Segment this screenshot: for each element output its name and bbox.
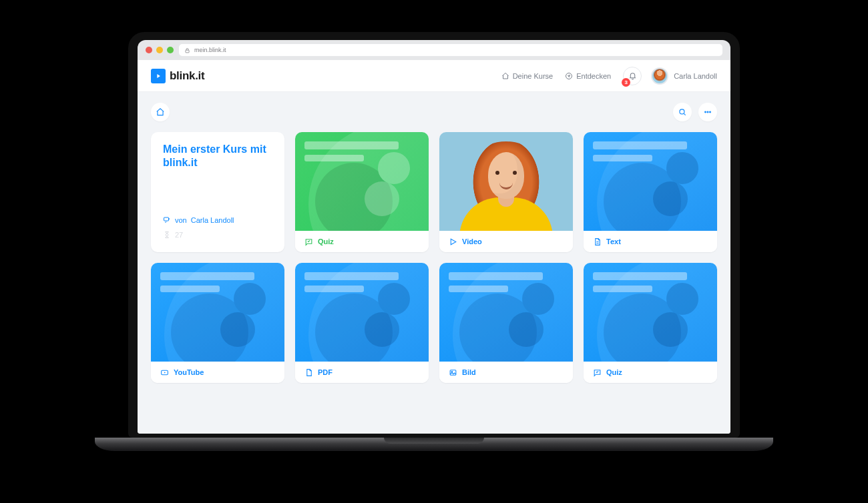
svg-rect-8 bbox=[450, 370, 456, 375]
card-footer: YouTube bbox=[151, 362, 284, 383]
card-type-label: Quiz bbox=[606, 368, 622, 376]
card-type-label: Bild bbox=[462, 368, 476, 376]
svg-point-5 bbox=[710, 111, 711, 113]
svg-rect-0 bbox=[186, 50, 189, 53]
browser-window: mein.blink.it blink.it Deine Kurse bbox=[138, 40, 730, 434]
brand-text: blink.it bbox=[170, 69, 204, 83]
browser-toolbar: mein.blink.it bbox=[138, 40, 730, 60]
app-root: blink.it Deine Kurse Entdecken 3 bbox=[138, 60, 730, 434]
nav-discover[interactable]: Entdecken bbox=[565, 72, 611, 80]
address-bar[interactable]: mein.blink.it bbox=[179, 44, 722, 56]
card-type-label: PDF bbox=[318, 368, 333, 376]
placeholder-title bbox=[593, 272, 708, 292]
nav-your-courses[interactable]: Deine Kurse bbox=[501, 72, 554, 80]
card-cover bbox=[151, 263, 284, 362]
svg-point-3 bbox=[705, 111, 706, 113]
card-cover bbox=[295, 132, 429, 231]
page-body: Mein erster Kurs mit blink.it von Carla … bbox=[138, 92, 730, 434]
laptop-mockup: mein.blink.it blink.it Deine Kurse bbox=[128, 32, 740, 451]
laptop-screen: mein.blink.it blink.it Deine Kurse bbox=[128, 32, 740, 438]
placeholder-title bbox=[593, 141, 708, 161]
card-footer: Quiz bbox=[584, 362, 717, 383]
svg-point-4 bbox=[707, 111, 708, 113]
card-type-label: YouTube bbox=[174, 368, 204, 376]
nav-label: Deine Kurse bbox=[513, 72, 554, 80]
lock-icon bbox=[184, 47, 190, 53]
svg-point-2 bbox=[680, 109, 684, 114]
card-type-label: Quiz bbox=[318, 237, 334, 245]
file-text-icon bbox=[593, 237, 602, 246]
play-icon bbox=[449, 237, 457, 246]
svg-rect-6 bbox=[164, 217, 169, 221]
close-window-icon[interactable] bbox=[146, 47, 152, 53]
quiz-icon bbox=[304, 237, 313, 246]
content-card-pdf[interactable]: PDF bbox=[295, 263, 429, 383]
notifications-button[interactable]: 3 bbox=[623, 67, 642, 85]
placeholder-title bbox=[304, 141, 419, 161]
search-icon bbox=[678, 107, 687, 117]
window-controls bbox=[146, 47, 174, 53]
svg-point-1 bbox=[566, 73, 572, 79]
card-footer: Bild bbox=[439, 362, 573, 383]
bell-icon bbox=[628, 71, 637, 80]
more-horizontal-icon bbox=[703, 107, 712, 117]
card-cover bbox=[295, 263, 429, 362]
page-actions bbox=[673, 103, 717, 121]
content-card-text[interactable]: Text bbox=[584, 132, 717, 252]
placeholder-title bbox=[160, 272, 275, 292]
more-button[interactable] bbox=[698, 103, 717, 121]
home-icon bbox=[501, 72, 509, 80]
user-name: Carla Landoll bbox=[674, 72, 717, 80]
course-hero-card[interactable]: Mein erster Kurs mit blink.it von Carla … bbox=[151, 132, 284, 252]
hourglass-icon bbox=[163, 231, 171, 239]
card-footer: Text bbox=[584, 231, 717, 252]
address-url: mein.blink.it bbox=[194, 47, 226, 53]
breadcrumb-home[interactable] bbox=[151, 103, 170, 121]
course-title: Mein erster Kurs mit blink.it bbox=[163, 143, 272, 169]
content-grid: Mein erster Kurs mit blink.it von Carla … bbox=[151, 132, 717, 383]
content-card-image[interactable]: Bild bbox=[439, 263, 573, 383]
avatar[interactable] bbox=[651, 67, 668, 85]
placeholder-title bbox=[449, 272, 564, 292]
course-count: 27 bbox=[175, 231, 183, 239]
content-card-quiz[interactable]: Quiz bbox=[295, 132, 429, 252]
file-icon bbox=[304, 368, 313, 377]
card-cover bbox=[439, 263, 573, 362]
card-footer: PDF bbox=[295, 362, 429, 383]
breadcrumb bbox=[151, 103, 170, 121]
card-type-label: Text bbox=[606, 237, 621, 245]
placeholder-title bbox=[304, 272, 419, 292]
teacher-icon bbox=[163, 216, 171, 224]
compass-icon bbox=[565, 72, 573, 80]
author-prefix: von bbox=[175, 216, 187, 224]
search-button[interactable] bbox=[673, 103, 692, 121]
quiz-icon bbox=[593, 368, 602, 377]
photo-face bbox=[488, 152, 524, 199]
card-cover-photo bbox=[439, 132, 573, 231]
course-author: von Carla Landoll bbox=[163, 216, 272, 224]
fullscreen-window-icon[interactable] bbox=[167, 47, 174, 53]
nav-label: Entdecken bbox=[576, 72, 611, 80]
page-header bbox=[151, 103, 717, 121]
brand[interactable]: blink.it bbox=[151, 69, 204, 83]
card-cover bbox=[584, 263, 717, 362]
laptop-notch bbox=[384, 438, 484, 444]
content-card-quiz-2[interactable]: Quiz bbox=[584, 263, 717, 383]
brand-play-icon bbox=[151, 69, 166, 83]
image-icon bbox=[449, 368, 457, 377]
youtube-icon bbox=[160, 368, 169, 377]
course-meta: 27 bbox=[163, 231, 272, 239]
card-footer: Quiz bbox=[295, 231, 429, 252]
laptop-base bbox=[95, 438, 773, 451]
card-cover bbox=[584, 132, 717, 231]
content-card-video[interactable]: Video bbox=[439, 132, 573, 252]
home-icon bbox=[156, 107, 165, 117]
content-card-youtube[interactable]: YouTube bbox=[151, 263, 284, 383]
notifications-badge: 3 bbox=[622, 78, 630, 87]
author-name: Carla Landoll bbox=[191, 216, 234, 224]
card-type-label: Video bbox=[462, 237, 482, 245]
minimize-window-icon[interactable] bbox=[156, 47, 163, 53]
top-nav: blink.it Deine Kurse Entdecken 3 bbox=[138, 60, 730, 92]
card-footer: Video bbox=[439, 231, 573, 252]
